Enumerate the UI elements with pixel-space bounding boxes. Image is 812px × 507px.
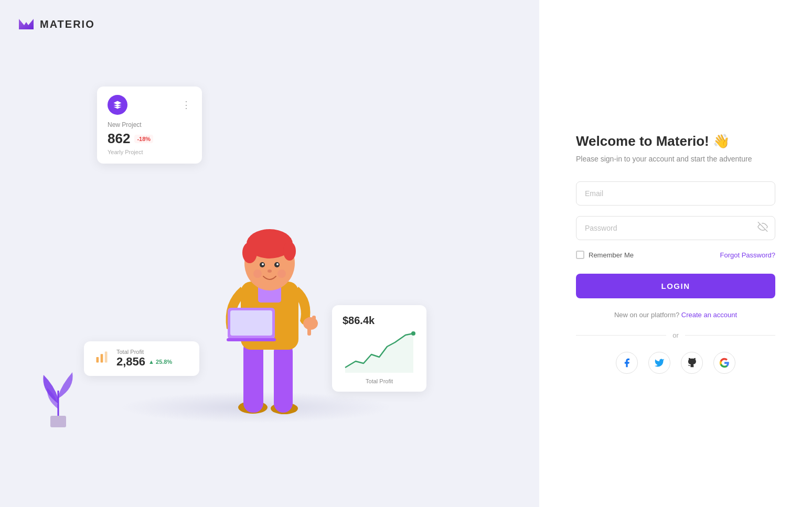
divider-row: or	[576, 331, 775, 339]
svg-rect-15	[227, 338, 276, 341]
profit-info: Total Profit 2,856 ▲ 25.8%	[116, 349, 172, 369]
svg-rect-0	[97, 357, 99, 363]
svg-rect-28	[307, 317, 311, 327]
logo-icon	[17, 15, 36, 34]
svg-point-23	[276, 263, 279, 265]
new-project-badge: -18%	[134, 135, 153, 143]
3d-character	[212, 182, 327, 423]
line-chart	[343, 331, 416, 373]
eye-toggle-icon[interactable]	[757, 222, 768, 235]
profit-badge: ▲ 25.8%	[148, 359, 172, 365]
github-button[interactable]	[681, 352, 703, 374]
chart-amount: $86.4k	[343, 315, 416, 327]
new-project-card: ⋮ New Project 862 -18% Yearly Project	[97, 87, 202, 164]
left-panel: MATERIO ⋮ New Project 862 -18% Yearly Pr…	[0, 0, 539, 507]
svg-point-25	[253, 269, 262, 278]
svg-rect-1	[101, 354, 103, 362]
new-account-row: New on our platform? Create an account	[576, 311, 775, 319]
svg-point-22	[262, 263, 264, 265]
svg-rect-29	[312, 316, 316, 326]
password-input[interactable]	[576, 216, 775, 240]
chart-label: Total Profit	[343, 378, 416, 384]
right-panel: Welcome to Materio! 👋 Please sign-in to …	[539, 0, 812, 507]
plant-decoration	[36, 359, 80, 429]
password-group	[576, 216, 775, 240]
login-button[interactable]: LOGIN	[576, 274, 775, 298]
create-account-link[interactable]: Create an account	[681, 311, 737, 319]
divider-text: or	[672, 331, 679, 339]
svg-rect-9	[243, 339, 263, 413]
twitter-button[interactable]	[648, 352, 670, 374]
welcome-subtitle: Please sign-in to your account and start…	[576, 154, 775, 165]
remember-checkbox[interactable]	[576, 251, 584, 259]
project-icon	[108, 95, 127, 115]
divider-right	[685, 335, 775, 336]
email-input[interactable]	[576, 181, 775, 206]
forgot-password-link[interactable]: Forgot Password?	[720, 251, 776, 259]
bar-chart-icon	[94, 350, 109, 368]
chart-card: $86.4k Total Profit	[332, 305, 426, 392]
new-project-label: New Project	[108, 121, 191, 128]
profit-value: 2,856 ▲ 25.8%	[116, 355, 172, 369]
total-profit-card: Total Profit 2,856 ▲ 25.8%	[84, 341, 199, 376]
google-button[interactable]	[713, 352, 735, 374]
profit-label: Total Profit	[116, 349, 172, 355]
facebook-button[interactable]	[616, 352, 638, 374]
svg-marker-4	[345, 333, 413, 373]
new-project-sub: Yearly Project	[108, 149, 191, 155]
character-svg	[212, 182, 327, 423]
svg-point-18	[242, 242, 257, 263]
remember-label: Remember Me	[589, 251, 634, 259]
svg-point-24	[268, 269, 272, 273]
welcome-title: Welcome to Materio! 👋	[576, 133, 775, 149]
remember-row: Remember Me Forgot Password?	[576, 251, 775, 259]
svg-rect-5	[50, 416, 66, 427]
logo-text: MATERIO	[40, 18, 95, 30]
svg-point-19	[283, 242, 296, 261]
remember-left: Remember Me	[576, 251, 634, 259]
svg-rect-14	[230, 310, 272, 336]
logo: MATERIO	[17, 15, 95, 34]
password-wrapper	[576, 216, 775, 240]
new-project-value: 862 -18%	[108, 131, 191, 147]
plant-svg	[36, 359, 80, 427]
divider-left	[576, 335, 666, 336]
svg-point-26	[277, 269, 286, 278]
card-menu-dots[interactable]: ⋮	[181, 100, 191, 110]
svg-rect-2	[105, 352, 108, 363]
social-row	[576, 352, 775, 374]
email-group	[576, 181, 775, 206]
new-platform-text: New on our platform?	[614, 311, 679, 319]
svg-rect-10	[274, 342, 293, 413]
svg-rect-30	[307, 328, 311, 336]
